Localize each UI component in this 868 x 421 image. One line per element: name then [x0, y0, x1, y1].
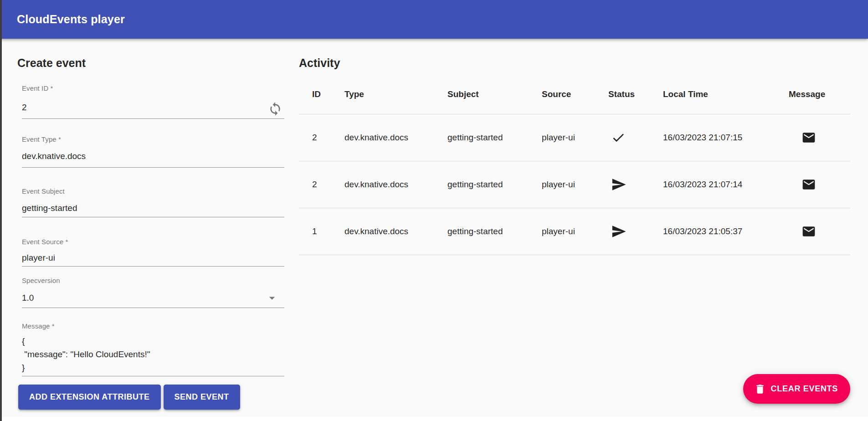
col-header-id: ID	[299, 75, 344, 114]
event-type-input[interactable]	[22, 151, 284, 162]
view-message-button[interactable]	[801, 177, 816, 192]
chevron-down-icon	[265, 291, 279, 305]
field-event-subject: Event Subject	[22, 187, 284, 217]
message-input[interactable]: { "message": "Hello CloudEvents!" }	[22, 334, 284, 374]
table-row: 1 dev.knative.docs getting-started playe…	[299, 208, 850, 255]
cell-subject: getting-started	[447, 161, 542, 208]
app-title: CloudEvents player	[17, 13, 125, 26]
create-event-panel: Create event Event ID * Event Type *	[17, 39, 284, 410]
form-actions: ADD EXTENSION ATTRIBUTE SEND EVENT	[18, 385, 284, 410]
view-message-button[interactable]	[801, 224, 816, 239]
activity-panel: Activity ID Type Subject Source Status L…	[299, 39, 850, 255]
status-sent-icon	[608, 224, 663, 239]
field-event-source: Event Source *	[22, 238, 284, 267]
message-label: Message *	[22, 322, 284, 330]
cell-local-time: 16/03/2023 21:05:37	[663, 208, 789, 255]
cell-source: player-ui	[542, 208, 608, 255]
table-header-row: ID Type Subject Source Status Local Time…	[299, 75, 850, 114]
col-header-source: Source	[542, 75, 608, 114]
view-message-button[interactable]	[801, 130, 816, 145]
sync-icon	[268, 111, 282, 118]
col-header-subject: Subject	[447, 75, 542, 114]
col-header-message: Message	[789, 75, 850, 114]
event-subject-input[interactable]	[22, 203, 284, 214]
specversion-label: Specversion	[22, 277, 284, 285]
event-id-input[interactable]	[22, 102, 268, 113]
mail-icon	[801, 186, 816, 193]
cell-local-time: 16/03/2023 21:07:14	[663, 161, 789, 208]
cell-source: player-ui	[542, 161, 608, 208]
field-event-id: Event ID *	[22, 84, 284, 119]
table-row: 2 dev.knative.docs getting-started playe…	[299, 161, 850, 208]
specversion-select[interactable]: 1.0	[22, 291, 284, 308]
cell-type: dev.knative.docs	[344, 161, 447, 208]
col-header-status: Status	[608, 75, 663, 114]
field-event-type: Event Type *	[22, 135, 284, 168]
mail-icon	[801, 139, 816, 146]
table-row: 2 dev.knative.docs getting-started playe…	[299, 114, 850, 161]
specversion-value: 1.0	[22, 293, 265, 303]
add-extension-attribute-button[interactable]: ADD EXTENSION ATTRIBUTE	[18, 385, 161, 410]
event-source-label: Event Source *	[22, 238, 284, 246]
main-content: Create event Event ID * Event Type *	[0, 39, 868, 410]
mail-icon	[801, 233, 816, 240]
event-type-label: Event Type *	[22, 135, 284, 144]
event-id-label: Event ID *	[22, 84, 284, 92]
app-bar: CloudEvents player	[0, 0, 868, 39]
cell-subject: getting-started	[447, 114, 542, 161]
activity-heading: Activity	[299, 56, 850, 70]
status-sent-icon	[608, 177, 663, 192]
event-source-input[interactable]	[22, 252, 284, 263]
window-left-edge	[0, 0, 2, 421]
col-header-local-time: Local Time	[663, 75, 789, 114]
cell-subject: getting-started	[447, 208, 542, 255]
cell-local-time: 16/03/2023 21:07:15	[663, 114, 789, 161]
regenerate-id-button[interactable]	[268, 102, 282, 116]
page-bottom-strip	[0, 417, 868, 421]
clear-events-button[interactable]: CLEAR EVENTS	[743, 374, 850, 404]
cell-id: 1	[299, 208, 344, 255]
clear-events-label: CLEAR EVENTS	[771, 384, 838, 394]
event-subject-label: Event Subject	[22, 187, 284, 195]
col-header-type: Type	[344, 75, 447, 114]
field-message: Message * { "message": "Hello CloudEvent…	[22, 322, 284, 376]
activity-table: ID Type Subject Source Status Local Time…	[299, 75, 850, 255]
status-received-check-icon	[608, 130, 663, 145]
cell-source: player-ui	[542, 114, 608, 161]
cell-type: dev.knative.docs	[344, 114, 447, 161]
cell-type: dev.knative.docs	[344, 208, 447, 255]
create-event-form: Event ID * Event Type * Event Sub	[22, 84, 284, 410]
field-specversion: Specversion 1.0	[22, 277, 284, 308]
cell-id: 2	[299, 161, 344, 208]
cell-id: 2	[299, 114, 344, 161]
send-event-button[interactable]: SEND EVENT	[164, 385, 240, 410]
trash-icon	[754, 383, 766, 395]
create-event-heading: Create event	[17, 56, 284, 70]
